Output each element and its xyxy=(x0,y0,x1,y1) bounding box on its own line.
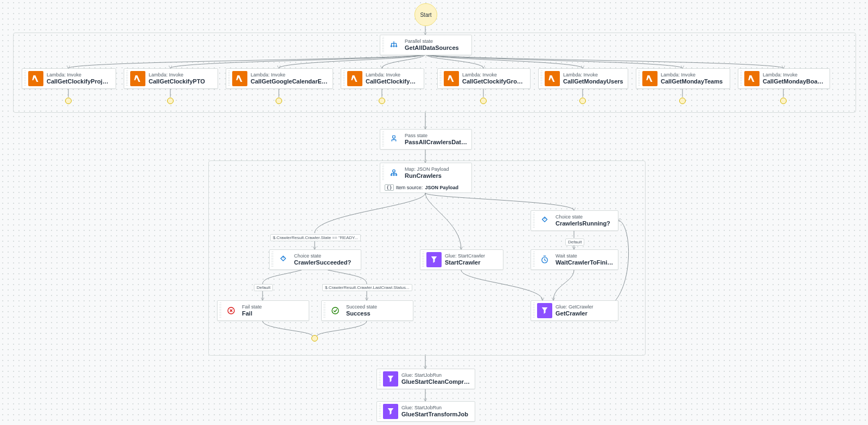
glue-getcrawler-node[interactable]: Glue: GetCrawlerGetCrawler xyxy=(531,300,618,321)
lambda-icon xyxy=(347,71,362,86)
wait-icon xyxy=(537,252,552,267)
glue-startcrawler-node[interactable]: Glue: StartCrawlerStartCrawler xyxy=(420,249,503,270)
condition-label: $.CrawlerResult.Crawler.State == "READY.… xyxy=(270,234,361,241)
pass-icon xyxy=(386,132,401,147)
start-node[interactable]: Start xyxy=(414,3,437,26)
drag-handle[interactable] xyxy=(271,252,273,268)
end-dot xyxy=(167,98,174,104)
svg-point-22 xyxy=(393,170,395,172)
drag-handle[interactable] xyxy=(219,302,221,319)
svg-rect-21 xyxy=(393,136,395,138)
svg-point-23 xyxy=(391,175,392,176)
lambda-node[interactable]: Lambda: InvokeCallGetClockifyPTO xyxy=(124,68,218,89)
svg-point-19 xyxy=(393,46,394,47)
drag-handle[interactable] xyxy=(343,70,345,87)
map-item-source: {} Item source: JSON Payload xyxy=(380,183,472,193)
end-dot xyxy=(276,98,282,104)
drag-handle[interactable] xyxy=(422,252,424,268)
end-dot xyxy=(379,98,385,104)
succeed-state-node[interactable]: Succeed stateSuccess xyxy=(321,300,413,321)
drag-handle[interactable] xyxy=(533,212,535,229)
drag-handle[interactable] xyxy=(382,165,384,181)
drag-handle[interactable] xyxy=(228,70,230,87)
start-label: Start xyxy=(420,12,431,18)
end-dot xyxy=(679,98,686,104)
drag-handle[interactable] xyxy=(323,302,326,319)
map-state-node[interactable]: Map: JSON PayloadRunCrawlers xyxy=(380,163,472,183)
lambda-icon xyxy=(744,71,760,86)
lambda-node[interactable]: Lambda: InvokeCallGetMondayUsers xyxy=(538,68,628,89)
lambda-icon xyxy=(28,71,43,86)
drag-handle[interactable] xyxy=(379,403,381,420)
end-dot xyxy=(579,98,586,104)
lambda-node[interactable]: Lambda: InvokeCallGetClockifyProjects xyxy=(22,68,116,89)
lambda-icon xyxy=(545,71,560,86)
glue-job-node[interactable]: Glue: StartJobRunGlueStartCleanCompressJ… xyxy=(376,369,475,389)
drag-handle[interactable] xyxy=(533,252,535,268)
wait-state-node[interactable]: Wait stateWaitCrawlerToFinish xyxy=(531,249,618,270)
glue-icon xyxy=(383,404,398,419)
parallel-icon xyxy=(386,37,401,53)
node-name: GetAllDataSources xyxy=(405,44,459,51)
glue-icon xyxy=(537,303,552,318)
svg-point-25 xyxy=(395,175,397,176)
drag-handle[interactable] xyxy=(382,37,384,53)
svg-point-24 xyxy=(393,175,394,176)
condition-label: Default xyxy=(254,284,273,291)
drag-handle[interactable] xyxy=(638,70,640,87)
lambda-icon xyxy=(642,71,658,86)
drag-handle[interactable] xyxy=(24,70,26,87)
choice-state-node[interactable]: ? Choice stateCrawlerIsRunning? xyxy=(531,210,618,231)
braces-icon: {} xyxy=(385,184,394,191)
end-dot xyxy=(480,98,487,104)
glue-icon xyxy=(383,371,398,387)
glue-icon xyxy=(426,252,442,267)
choice-icon: ? xyxy=(276,252,291,267)
lambda-node[interactable]: Lambda: InvokeCallGetClockifyGroups xyxy=(437,68,531,89)
condition-label: Default xyxy=(565,239,584,246)
workflow-canvas[interactable]: Start Parallel state GetAllDataSources L… xyxy=(0,0,868,425)
drag-handle[interactable] xyxy=(439,70,442,87)
map-icon xyxy=(386,165,401,181)
parallel-state-node[interactable]: Parallel state GetAllDataSources xyxy=(380,35,472,55)
fail-icon xyxy=(224,303,239,318)
end-dot xyxy=(65,98,72,104)
drag-handle[interactable] xyxy=(379,371,381,387)
condition-label: $.CrawlerResult.Crawler.LastCrawl.Status… xyxy=(322,284,412,291)
lambda-icon xyxy=(130,71,145,86)
drag-handle[interactable] xyxy=(540,70,542,87)
svg-text:?: ? xyxy=(544,217,546,221)
drag-handle[interactable] xyxy=(740,70,742,87)
lambda-node[interactable]: Lambda: InvokeCallGetMondayBoards xyxy=(738,68,830,89)
choice-state-node[interactable]: ? Choice stateCrawlerSucceeded? xyxy=(269,249,361,270)
drag-handle[interactable] xyxy=(533,302,535,319)
end-dot xyxy=(780,98,787,104)
lambda-icon xyxy=(444,71,459,86)
lambda-node[interactable]: Lambda: InvokeCallGetGoogleCalendarEvent… xyxy=(226,68,333,89)
lambda-node[interactable]: Lambda: InvokeCallGetClockifyUsers xyxy=(341,68,424,89)
drag-handle[interactable] xyxy=(126,70,128,87)
glue-job-node[interactable]: Glue: StartJobRunGlueStartTransformJob xyxy=(376,401,475,422)
choice-icon: ? xyxy=(537,213,552,228)
node-type: Parallel state xyxy=(405,38,459,44)
lambda-icon xyxy=(232,71,247,86)
svg-text:?: ? xyxy=(283,256,284,260)
svg-point-18 xyxy=(391,46,392,47)
lambda-node[interactable]: Lambda: InvokeCallGetMondayTeams xyxy=(636,68,730,89)
fail-state-node[interactable]: Fail stateFail xyxy=(217,300,309,321)
svg-point-20 xyxy=(395,46,397,47)
end-dot xyxy=(311,335,318,342)
svg-point-30 xyxy=(332,307,339,314)
pass-state-node[interactable]: Pass statePassAllCrawlersDatasets xyxy=(380,129,472,150)
drag-handle[interactable] xyxy=(382,131,384,147)
success-icon xyxy=(328,303,343,318)
